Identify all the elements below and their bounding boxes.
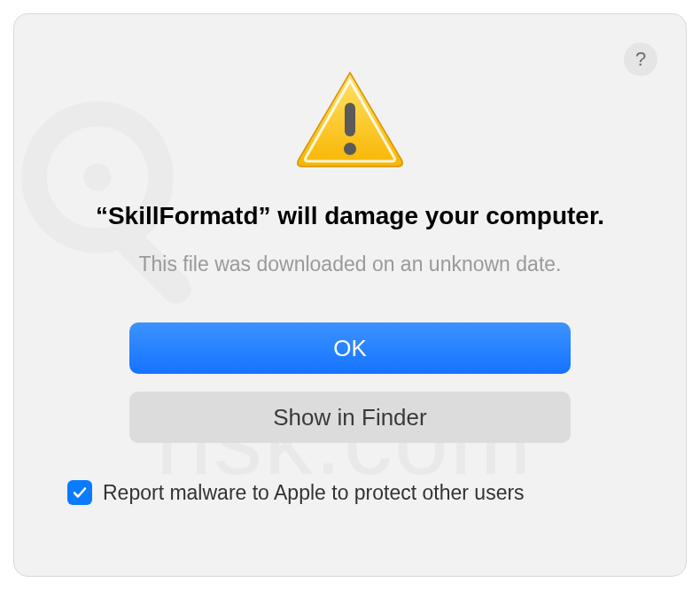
- checkmark-icon: [72, 485, 88, 501]
- report-malware-row: Report malware to Apple to protect other…: [67, 480, 633, 505]
- show-in-finder-button[interactable]: Show in Finder: [129, 392, 571, 443]
- report-malware-checkbox[interactable]: [67, 480, 92, 505]
- warning-triangle-icon: [292, 67, 408, 174]
- system-alert-dialog: risk.com ? “SkillFormatd” will damage yo…: [13, 13, 687, 577]
- alert-subtitle: This file was downloaded on an unknown d…: [139, 252, 562, 276]
- dialog-content: “SkillFormatd” will damage your computer…: [67, 50, 633, 505]
- button-stack: OK Show in Finder: [67, 322, 633, 443]
- show-in-finder-label: Show in Finder: [273, 404, 426, 431]
- help-icon: ?: [635, 48, 646, 71]
- report-malware-label: Report malware to Apple to protect other…: [103, 481, 525, 505]
- svg-point-4: [344, 143, 356, 155]
- ok-button[interactable]: OK: [129, 322, 571, 374]
- svg-rect-3: [345, 103, 355, 136]
- alert-title: “SkillFormatd” will damage your computer…: [96, 200, 604, 231]
- ok-button-label: OK: [333, 335, 367, 361]
